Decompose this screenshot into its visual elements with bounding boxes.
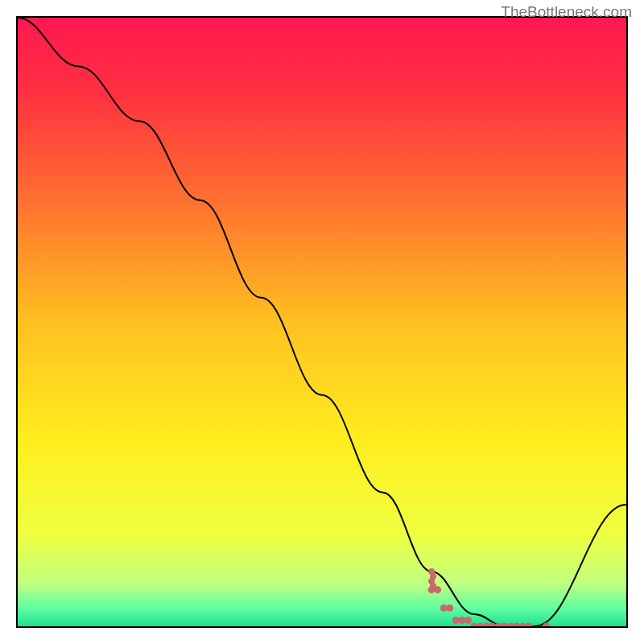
watermark-text: TheBottleneck.com bbox=[501, 3, 632, 21]
plot-border-left-bottom bbox=[16, 16, 628, 628]
chart-container: TheBottleneck.com bbox=[0, 0, 644, 644]
plot-border-right bbox=[626, 16, 628, 628]
